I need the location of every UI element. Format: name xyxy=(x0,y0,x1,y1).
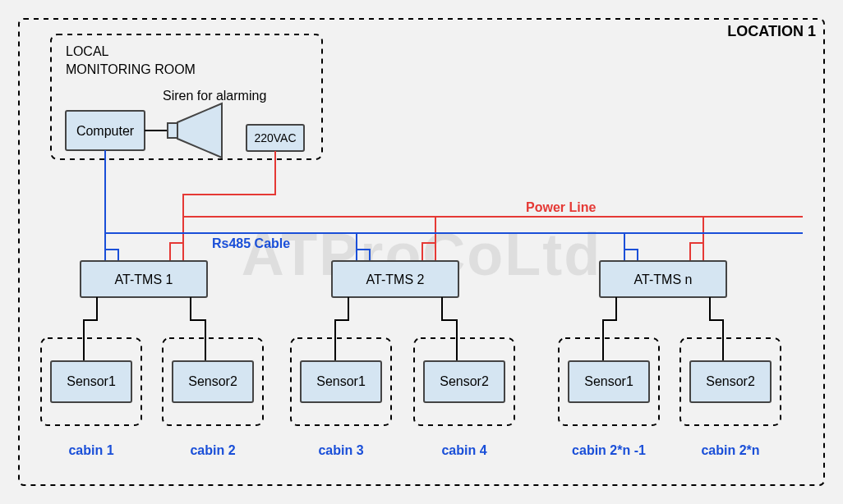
unit-sensor-links xyxy=(84,297,723,361)
siren-icon xyxy=(168,103,222,158)
power-source-label: 220VAC xyxy=(254,131,296,144)
attms-n-label: AT-TMS n xyxy=(634,273,693,286)
cabin-2-label: cabin 2 xyxy=(190,443,235,457)
room-label-2: MONITORING ROOM xyxy=(66,62,196,76)
svg-rect-0 xyxy=(168,123,177,138)
cabin-1-label: cabin 1 xyxy=(68,443,113,457)
location-title: LOCATION 1 xyxy=(727,23,816,39)
cabin-3: Sensor1 cabin 3 xyxy=(291,338,391,457)
power-line-label: Power Line xyxy=(526,200,596,214)
cabin-1: Sensor1 cabin 1 xyxy=(41,338,141,457)
svg-text:Sensor2: Sensor2 xyxy=(706,374,755,388)
cabin-6: Sensor2 cabin 2*n xyxy=(680,338,781,457)
attms-1-label: AT-TMS 1 xyxy=(115,273,173,286)
svg-text:Sensor1: Sensor1 xyxy=(67,374,116,388)
svg-text:Sensor1: Sensor1 xyxy=(584,374,633,388)
cabin-6-label: cabin 2*n xyxy=(701,443,759,457)
cabin-5: Sensor1 cabin 2*n -1 xyxy=(559,338,659,457)
cabin-2: Sensor2 cabin 2 xyxy=(163,338,263,457)
siren-label: Siren for alarming xyxy=(163,89,266,103)
cabin-5-label: cabin 2*n -1 xyxy=(572,443,646,457)
svg-text:Sensor1: Sensor1 xyxy=(316,374,366,388)
computer-label: Computer xyxy=(76,124,135,138)
cabin-4-label: cabin 4 xyxy=(441,443,486,457)
cabin-4: Sensor2 cabin 4 xyxy=(414,338,514,457)
svg-text:Sensor2: Sensor2 xyxy=(440,374,489,388)
room-label-1: LOCAL xyxy=(66,44,109,58)
attms-2-label: AT-TMS 2 xyxy=(366,273,425,286)
svg-marker-1 xyxy=(177,103,222,158)
cabin-3-label: cabin 3 xyxy=(318,443,363,457)
rs485-label: Rs485 Cable xyxy=(212,236,290,250)
svg-text:Sensor2: Sensor2 xyxy=(188,374,237,388)
